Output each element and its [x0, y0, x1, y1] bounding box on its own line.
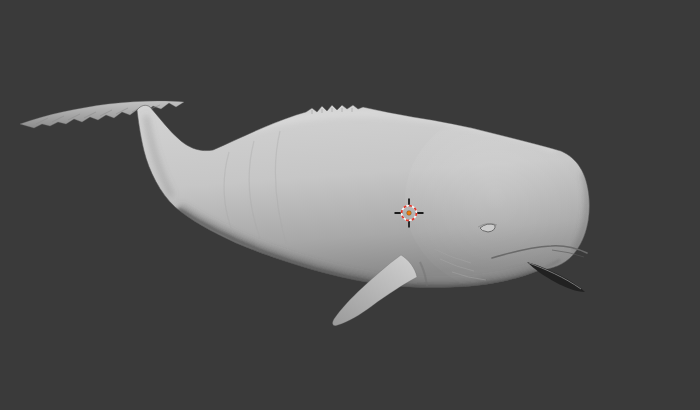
viewport-3d[interactable]: [0, 0, 700, 410]
object-origin-dot: [407, 211, 412, 216]
viewport-window: [0, 0, 700, 410]
